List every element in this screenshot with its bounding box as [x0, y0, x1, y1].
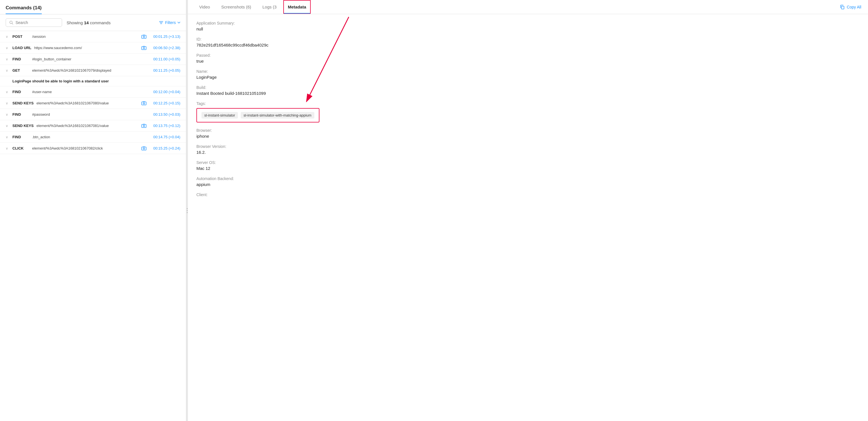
id-label: ID: — [196, 37, 860, 41]
command-time: 00:12.25 (+0.15) — [149, 101, 180, 105]
name-value: LoginPage — [196, 75, 860, 80]
command-row[interactable]: ∨ SEND KEYS element/%3Awdc%3A16810210670… — [0, 120, 186, 131]
command-row[interactable]: ∨ GET element/%3Awdc%3A1681021067079/dis… — [0, 65, 186, 76]
tags-container: sl-instant-simulator sl-instant-simulato… — [196, 108, 319, 122]
chevron-icon: ∨ — [6, 124, 9, 128]
command-row[interactable]: ∨ FIND #password 00:13.50 (+0.03) — [0, 109, 186, 120]
command-path: .btn_action — [32, 135, 147, 139]
browser-version-value: 16.2. — [196, 150, 860, 155]
command-method: FIND — [12, 135, 29, 139]
showing-text: Showing 14 commands — [67, 20, 154, 25]
command-method: POST — [12, 34, 29, 39]
command-time: 00:01.25 (+3.13) — [149, 34, 180, 39]
command-method: SEND KEYS — [12, 124, 34, 128]
chevron-icon: ∨ — [6, 35, 9, 39]
command-method: LOAD URL — [12, 46, 31, 50]
right-panel: Video Screenshots (6) Logs (3 Metadata C… — [188, 0, 868, 421]
commands-tab-title: Commands (14) — [6, 5, 42, 14]
tab-screenshots[interactable]: Screenshots (6) — [217, 0, 256, 14]
id-value: 782e291df165468c99ccdf46dba4029c — [196, 42, 860, 48]
passed-field: Passed: true — [196, 53, 860, 63]
screenshot-icon — [142, 35, 147, 39]
tag-pill-1: sl-instant-simulator — [202, 112, 238, 119]
automation-backend-label: Automation Backend: — [196, 176, 860, 181]
tab-metadata[interactable]: Metadata — [283, 0, 311, 14]
command-row[interactable]: ∨ FIND #user-name 00:12.00 (+0.04) — [0, 86, 186, 98]
name-field: Name: LoginPage — [196, 69, 860, 80]
showing-count: 14 — [84, 20, 89, 25]
commands-list: ∨ POST /session 00:01.25 (+3.13) ∨ LOAD … — [0, 31, 186, 421]
command-row[interactable]: ∨ CLICK element/%3Awdc%3A1681021067082/c… — [0, 143, 186, 154]
command-path: element/%3Awdc%3A1681021067081/value — [36, 124, 138, 128]
svg-rect-7 — [142, 47, 146, 50]
browser-value: iphone — [196, 134, 860, 139]
chevron-icon: ∨ — [6, 113, 9, 117]
application-summary-field: Application Summary: null — [196, 21, 860, 31]
server-os-value: Mac 12 — [196, 166, 860, 171]
browser-version-label: Browser Version: — [196, 144, 860, 149]
passed-value: true — [196, 59, 860, 63]
server-os-label: Server OS: — [196, 160, 860, 165]
name-label: Name: — [196, 69, 860, 73]
chevron-icon: ∨ — [6, 146, 9, 150]
application-summary-label: Application Summary: — [196, 21, 860, 25]
passed-label: Passed: — [196, 53, 860, 58]
command-row[interactable]: ∨ FIND .btn_action 00:14.75 (+0.04) — [0, 131, 186, 143]
search-bar: Showing 14 commands Filters — [0, 14, 186, 31]
search-input-wrap[interactable] — [6, 18, 62, 27]
command-path: /session — [32, 34, 138, 39]
chevron-icon: ∨ — [6, 68, 9, 72]
command-row[interactable]: ∨ SEND KEYS element/%3Awdc%3A16810210670… — [0, 98, 186, 109]
filters-button[interactable]: Filters — [159, 20, 180, 25]
tags-label: Tags: — [196, 101, 860, 106]
screenshot-icon — [142, 46, 147, 50]
command-method: FIND — [12, 112, 29, 117]
copy-all-button[interactable]: Copy All — [840, 5, 861, 9]
svg-rect-5 — [142, 35, 146, 38]
command-path: #password — [32, 112, 147, 117]
tags-field: Tags: sl-instant-simulator sl-instant-si… — [196, 101, 860, 122]
command-row[interactable]: ∨ FIND #login_button_container 00:11.00 … — [0, 54, 186, 65]
left-panel: Commands (14) Showing 14 commands Filter… — [0, 0, 186, 421]
svg-point-8 — [143, 48, 145, 49]
command-path: element/%3Awdc%3A1681021067082/click — [32, 146, 138, 150]
chevron-icon: ∨ — [6, 46, 9, 50]
command-time: 00:11.00 (+0.05) — [149, 57, 180, 61]
tag-pill-2: sl-instant-simulator-with-matching-appiu… — [241, 112, 314, 119]
search-input[interactable] — [16, 20, 58, 25]
screenshot-icon — [142, 124, 147, 128]
search-icon — [9, 21, 13, 25]
tab-video[interactable]: Video — [195, 0, 214, 14]
section-label: LoginPage should be able to login with a… — [0, 76, 186, 86]
id-field: ID: 782e291df165468c99ccdf46dba4029c — [196, 37, 860, 48]
command-path: #login_button_container — [32, 57, 147, 61]
browser-label: Browser: — [196, 128, 860, 132]
command-time: 00:11.25 (+0.05) — [149, 68, 180, 72]
command-time: 00:13.75 (+0.12) — [149, 124, 180, 128]
browser-version-field: Browser Version: 16.2. — [196, 144, 860, 155]
command-path: element/%3Awdc%3A1681021067079/displayed — [32, 68, 147, 72]
automation-backend-value: appium — [196, 182, 860, 187]
client-field: Client: — [196, 192, 860, 197]
left-header: Commands (14) — [0, 0, 186, 14]
command-row[interactable]: ∨ POST /session 00:01.25 (+3.13) — [0, 31, 186, 42]
svg-point-12 — [143, 125, 145, 127]
application-summary-value: null — [196, 27, 860, 31]
svg-point-6 — [143, 36, 145, 37]
automation-backend-field: Automation Backend: appium — [196, 176, 860, 187]
build-label: Build: — [196, 85, 860, 90]
command-time: 00:13.50 (+0.03) — [149, 112, 180, 117]
chevron-icon: ∨ — [6, 101, 9, 105]
command-time: 00:06.50 (+2.38) — [149, 46, 180, 50]
resizer-dot — [187, 210, 188, 211]
command-method: SEND KEYS — [12, 101, 34, 105]
svg-line-1 — [12, 23, 13, 25]
tab-logs[interactable]: Logs (3 — [258, 0, 281, 14]
command-path: https://www.saucedemo.com/ — [34, 46, 138, 50]
svg-rect-15 — [841, 6, 844, 9]
command-path: #user-name — [32, 90, 147, 94]
screenshot-icon — [142, 101, 147, 105]
command-row[interactable]: ∨ LOAD URL https://www.saucedemo.com/ 00… — [0, 42, 186, 54]
build-field: Build: Instant Booted build-168102105109… — [196, 85, 860, 96]
filters-label: Filters — [165, 20, 176, 25]
